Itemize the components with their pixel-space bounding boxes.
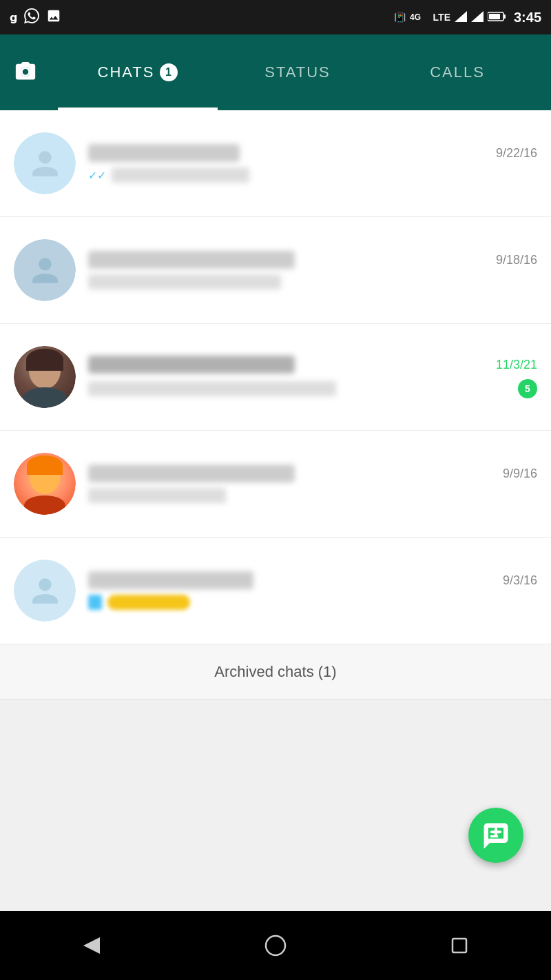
tab-status-label: STATUS (264, 63, 331, 81)
chat-header-1: 9/22/16 (88, 144, 537, 162)
chat-name-1 (88, 144, 240, 162)
home-button[interactable] (255, 925, 296, 966)
whatsapp-icon (24, 8, 39, 26)
chat-header-3: 11/3/21 (88, 356, 537, 374)
chat-content-1: 9/22/16 ✓✓ (88, 144, 537, 183)
chat-list: 9/22/16 ✓✓ 9/18/16 (0, 110, 551, 644)
chat-header-5: 9/3/16 (88, 571, 537, 589)
preview-blur-3 (88, 381, 336, 396)
chat-content-2: 9/18/16 (88, 251, 537, 289)
signal-icon-2 (471, 11, 484, 24)
preview-blur-1 (112, 167, 249, 183)
new-chat-fab[interactable] (468, 808, 523, 863)
archived-chats[interactable]: Archived chats (1) (0, 644, 551, 700)
svg-rect-5 (489, 14, 500, 19)
bottom-nav (0, 911, 551, 980)
chat-item-2[interactable]: 9/18/16 (0, 217, 551, 324)
tab-chats-label: CHATS (98, 63, 155, 81)
avatar-photo-4 (14, 453, 76, 515)
chat-date-3: 11/3/21 (496, 358, 537, 372)
status-bar-right: 📳 4G LTE 3:45 (394, 10, 541, 25)
chat-name-4 (88, 465, 295, 482)
sticker-blur-5 (107, 595, 190, 610)
svg-marker-1 (455, 11, 467, 22)
back-button[interactable] (71, 925, 112, 966)
archived-text: Archived chats (1) (214, 663, 336, 681)
camera-button[interactable] (14, 60, 37, 85)
preview-blur-4 (88, 488, 226, 503)
chat-name-3 (88, 356, 295, 374)
chat-preview-1: ✓✓ (88, 167, 537, 183)
app-icon-g: 𝗴 (10, 11, 17, 24)
chat-content-3: 11/3/21 5 (88, 356, 537, 398)
time-display: 3:45 (514, 10, 541, 25)
chat-name-5 (88, 571, 253, 589)
chat-date-5: 9/3/16 (503, 573, 537, 588)
empty-space (0, 700, 551, 930)
avatar-3 (14, 346, 76, 408)
svg-point-7 (266, 936, 285, 955)
svg-rect-8 (453, 939, 466, 952)
status-bar-left: 𝗴 (10, 8, 61, 26)
svg-marker-2 (471, 11, 484, 22)
nav-tabs: CHATS 1 STATUS CALLS (58, 34, 537, 110)
chat-item-4[interactable]: 9/9/16 (0, 431, 551, 538)
svg-text:4G: 4G (410, 12, 421, 22)
chat-date-1: 9/22/16 (496, 146, 537, 161)
avatar-4 (14, 453, 76, 515)
battery-icon (488, 11, 507, 24)
signal-bars-icon: 4G (410, 10, 429, 25)
svg-rect-4 (503, 14, 506, 19)
signal-icon (455, 11, 467, 24)
avatar-placeholder-1 (14, 132, 76, 194)
lte-label: LTE (433, 12, 450, 23)
chats-badge: 1 (160, 63, 178, 81)
unread-badge-3: 5 (518, 379, 537, 398)
chat-content-4: 9/9/16 (88, 465, 537, 503)
chat-date-2: 9/18/16 (496, 253, 537, 267)
gallery-icon (46, 8, 61, 26)
recents-button[interactable] (439, 925, 480, 966)
svg-marker-6 (83, 937, 100, 954)
chat-preview-2 (88, 274, 537, 289)
status-bar: 𝗴 📳 4G LTE (0, 0, 551, 34)
chat-preview-3: 5 (88, 379, 537, 398)
nav-bar: CHATS 1 STATUS CALLS (0, 34, 551, 110)
chat-name-2 (88, 251, 295, 269)
chat-item-5[interactable]: 9/3/16 (0, 538, 551, 644)
tab-status[interactable]: STATUS (218, 34, 377, 110)
chat-header-2: 9/18/16 (88, 251, 537, 269)
tab-calls-label: CALLS (430, 63, 485, 81)
chat-header-4: 9/9/16 (88, 465, 537, 482)
mic-blur-5 (88, 595, 102, 610)
chat-preview-4 (88, 488, 537, 503)
tab-chats[interactable]: CHATS 1 (58, 34, 218, 110)
avatar-2 (14, 239, 76, 301)
avatar-1 (14, 132, 76, 194)
chat-item-1[interactable]: 9/22/16 ✓✓ (0, 110, 551, 217)
vibrate-icon: 📳 (394, 12, 406, 23)
tab-calls[interactable]: CALLS (377, 34, 537, 110)
chat-content-5: 9/3/16 (88, 571, 537, 610)
tick-icon-1: ✓✓ (88, 169, 106, 182)
avatar-5 (14, 560, 76, 622)
chat-preview-5 (88, 595, 537, 610)
chat-date-4: 9/9/16 (503, 467, 537, 481)
avatar-photo-3 (14, 346, 76, 408)
avatar-placeholder-2 (14, 239, 76, 301)
preview-blur-2 (88, 274, 281, 289)
avatar-placeholder-5 (14, 560, 76, 622)
chat-item-3[interactable]: 11/3/21 5 (0, 324, 551, 431)
